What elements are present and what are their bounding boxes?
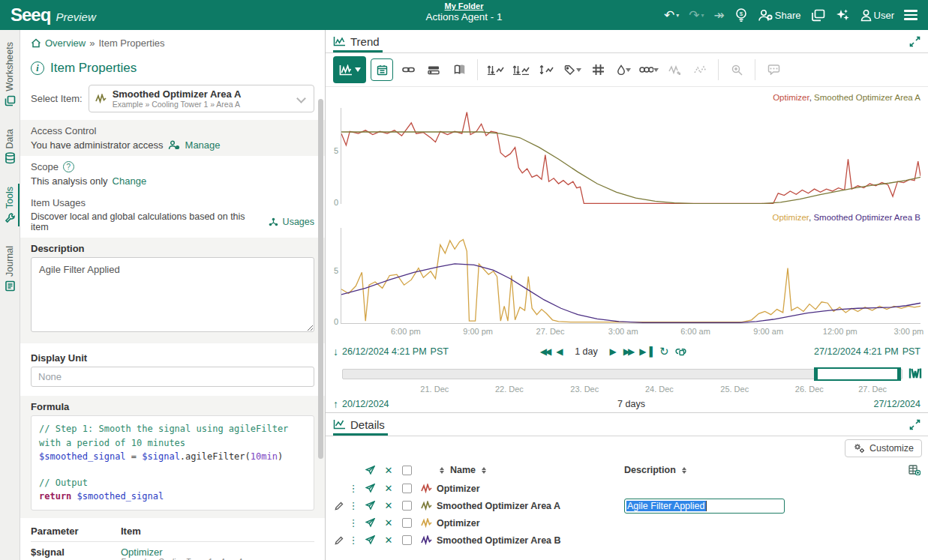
row-name[interactable]: Optimizer — [437, 484, 624, 494]
hamburger-menu-button[interactable] — [904, 10, 917, 20]
row-menu-icon[interactable]: ⋮ — [347, 483, 360, 494]
sidebar-item-tools[interactable]: Tools — [5, 185, 16, 225]
start-timezone[interactable]: PST — [431, 346, 449, 357]
add-column-icon[interactable] — [901, 465, 928, 475]
row-menu-icon[interactable]: ⋮ — [347, 500, 360, 511]
worksheets-overview-button[interactable] — [811, 9, 825, 22]
my-folder-link[interactable]: My Folder — [445, 1, 484, 10]
tab-details[interactable]: Details — [333, 413, 388, 436]
description-textarea[interactable]: Agile Filter Applied — [31, 257, 314, 332]
slider-handle-left[interactable] — [815, 368, 818, 380]
customize-button[interactable]: Customize — [845, 439, 922, 457]
description-edit-input[interactable]: Agile Filter Applied — [624, 499, 785, 514]
display-range-end[interactable]: 27/12/2024 4:21 PM — [814, 346, 899, 357]
item-select-dropdown[interactable]: Smoothed Optimizer Area A Example » Cool… — [89, 85, 314, 112]
derivative-button[interactable] — [664, 58, 685, 81]
lane-2-plot[interactable]: 5 0 — [341, 228, 920, 324]
name-column-header[interactable]: Name — [437, 465, 624, 475]
refresh-icon[interactable]: ↻ — [659, 345, 669, 358]
investigate-range-start[interactable]: 20/12/2024 — [342, 399, 389, 409]
value-capture-button[interactable]: $ — [734, 7, 748, 22]
legend-series-smoothed-a[interactable]: Smoothed Optimizer Area A — [814, 93, 920, 102]
help-icon[interactable]: ? — [63, 161, 74, 172]
slider-handle-right[interactable] — [897, 368, 900, 380]
panel-scrollbar[interactable] — [318, 99, 323, 459]
ai-assistant-button[interactable] — [835, 8, 850, 22]
one-lane-scale-button[interactable] — [511, 58, 532, 81]
description-column-header[interactable]: Description — [624, 465, 901, 475]
display-range-start[interactable]: 26/12/2024 4:21 PM — [342, 346, 427, 357]
slider-selection[interactable] — [814, 367, 900, 381]
remove-icon[interactable]: ✕ — [380, 500, 398, 511]
step-forward-half-button[interactable]: ▶ — [609, 346, 616, 357]
formula-editor[interactable]: // Step 1: Smooth the signal using agile… — [31, 415, 314, 511]
expand-details-icon[interactable] — [909, 419, 920, 430]
view-mode-button[interactable] — [333, 56, 366, 83]
user-menu-button[interactable]: User — [860, 9, 894, 22]
forward-history-button[interactable]: ↠ — [714, 9, 725, 22]
step-to-end-button[interactable]: ▶▐ — [639, 346, 653, 357]
row-name[interactable]: Smoothed Optimizer Area B — [437, 535, 624, 546]
expand-trend-icon[interactable] — [909, 36, 920, 47]
auto-scale-button[interactable] — [485, 58, 506, 81]
parameter-item-link[interactable]: Optimizer — [121, 547, 314, 558]
legend-series-optimizer-b[interactable]: Optimizer — [772, 213, 809, 222]
navigate-column-icon[interactable] — [360, 466, 380, 475]
investigate-range-end[interactable]: 27/12/2024 — [873, 399, 920, 409]
breadcrumb-overview-link[interactable]: Overview — [45, 37, 86, 49]
start-time-arrow-icon[interactable]: ↓ — [333, 346, 338, 358]
end-timezone[interactable]: PST — [902, 346, 920, 357]
sidebar-item-journal[interactable]: Journal — [5, 244, 16, 293]
row-checkbox[interactable] — [402, 535, 412, 545]
row-name[interactable]: Smoothed Optimizer Area A — [437, 501, 624, 511]
select-all-checkbox[interactable] — [402, 466, 412, 475]
sort-icon[interactable] — [682, 467, 686, 474]
table-row[interactable]: ⋮ ✕ Smoothed Optimizer Area A Agile Filt… — [326, 497, 928, 514]
remove-icon[interactable]: ✕ — [380, 483, 398, 494]
sort-icon[interactable] — [440, 467, 444, 474]
table-row[interactable]: ⋮ ✕ Smoothed Optimizer Area B — [326, 532, 928, 549]
undo-button[interactable]: ↶▾ — [664, 9, 679, 22]
samples-button[interactable] — [613, 58, 634, 81]
duration-label[interactable]: 1 day — [569, 346, 602, 357]
tab-trend[interactable]: Trend — [333, 30, 383, 52]
slider-track[interactable] — [342, 369, 902, 379]
table-row[interactable]: ⋮ ✕ Optimizer — [326, 480, 928, 497]
row-name[interactable]: Optimizer — [437, 518, 624, 529]
redo-button[interactable]: ↷▾ — [689, 9, 704, 22]
row-checkbox[interactable] — [402, 518, 412, 528]
usages-link[interactable]: Usages — [283, 217, 314, 227]
compare-view-button[interactable] — [449, 58, 470, 81]
row-checkbox[interactable] — [402, 501, 412, 511]
sidebar-item-data[interactable]: Data — [5, 127, 16, 166]
lanes-button[interactable] — [423, 58, 444, 81]
uncertainty-button[interactable] — [689, 58, 710, 81]
remove-column-icon[interactable]: ✕ — [380, 465, 398, 476]
investigate-range-duration[interactable]: 7 days — [617, 399, 645, 409]
full-scale-button[interactable] — [536, 58, 557, 81]
sort-icon[interactable] — [482, 467, 486, 474]
navigate-icon[interactable] — [360, 501, 380, 511]
navigate-icon[interactable] — [360, 484, 380, 493]
manage-access-link[interactable]: Manage — [185, 139, 221, 151]
edit-pencil-icon[interactable] — [332, 502, 347, 511]
labels-button[interactable] — [562, 58, 583, 81]
step-forward-full-button[interactable]: ▶▶ — [623, 346, 632, 357]
edit-pencil-icon[interactable] — [332, 536, 347, 545]
legend-series-smoothed-b[interactable]: Smoothed Optimizer Area B — [813, 213, 920, 222]
sidebar-item-worksheets[interactable]: Worksheets — [5, 40, 16, 108]
copy-range-icon[interactable] — [675, 346, 686, 357]
navigate-icon[interactable] — [360, 535, 380, 545]
table-row[interactable]: ⋮ ✕ Optimizer — [326, 514, 928, 532]
legend-series-optimizer-a[interactable]: Optimizer — [773, 93, 809, 102]
calendar-view-button[interactable] — [371, 58, 393, 81]
home-icon[interactable] — [31, 38, 41, 48]
trend-lane-1[interactable]: Optimizer, Smoothed Optimizer Area A 5 0 — [326, 87, 928, 207]
change-scope-link[interactable]: Change — [113, 175, 147, 187]
share-button[interactable]: Share — [758, 9, 801, 22]
remove-icon[interactable]: ✕ — [380, 535, 398, 546]
gridlines-button[interactable] — [587, 58, 608, 81]
step-back-full-button[interactable]: ◀◀ — [540, 346, 549, 357]
row-checkbox[interactable] — [402, 484, 412, 493]
step-back-half-button[interactable]: ◀ — [556, 346, 563, 357]
